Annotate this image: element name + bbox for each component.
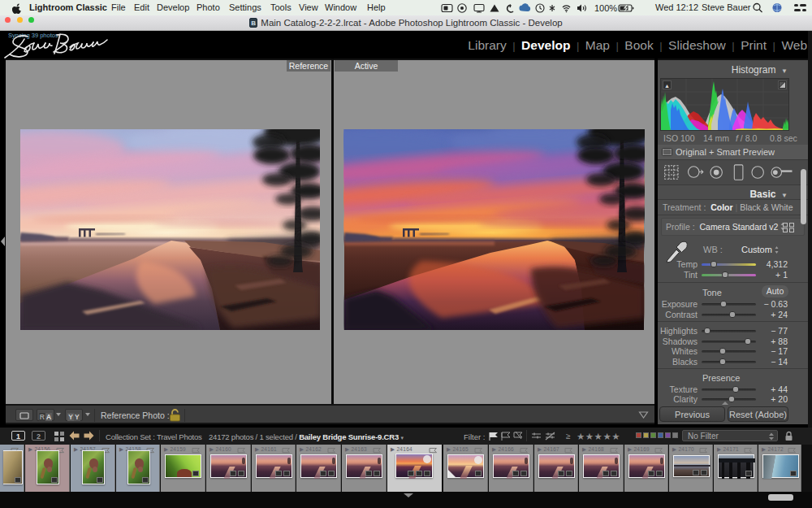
- svg-text:100%: 100%: [594, 3, 617, 13]
- svg-text:B: B: [251, 20, 256, 27]
